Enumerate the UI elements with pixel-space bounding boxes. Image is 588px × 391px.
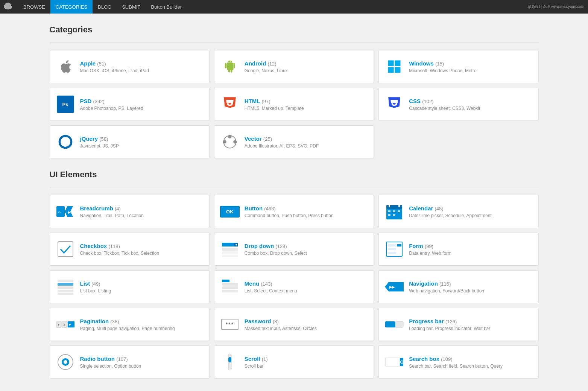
card-apple[interactable]: Apple (51) Mac OSX, iOS, iPhone, iPad, i… — [50, 50, 210, 83]
card-css[interactable]: CSS (102) Cascade style sheet, CSS3, Web… — [378, 88, 538, 121]
svg-rect-1 — [395, 61, 401, 66]
svg-rect-51 — [385, 321, 395, 327]
card-psd[interactable]: Ps PSD (392) Adobe Photoshop, PS, Layere… — [50, 88, 210, 121]
svg-rect-56 — [228, 357, 231, 362]
card-form[interactable]: Form (99) Data entry, Web form — [378, 233, 538, 266]
svg-rect-2 — [388, 67, 394, 73]
windows-icon — [385, 57, 404, 76]
categories-grid: Apple (51) Mac OSX, iOS, iPhone, iPad, i… — [50, 50, 539, 158]
card-breadcrumb[interactable]: ⌂ ▶ Breadcrumb (4) Navigation, Trail, Pa… — [50, 195, 210, 228]
android-body: Android (12) Google, Nexus, Linux — [245, 60, 368, 73]
card-pagination[interactable]: 1 2 ▶ Pagination (38) Paging, Multi page… — [50, 308, 210, 341]
navigation-desc: Web navigation, Forward/Back button — [409, 288, 532, 294]
apple-desc: Mac OSX, iOS, iPhone, iPad, iPad — [80, 68, 203, 73]
nav-categories[interactable]: CATEGORIES — [50, 0, 93, 14]
svg-rect-27 — [222, 255, 238, 257]
progressbar-icon — [385, 315, 404, 334]
svg-rect-31 — [388, 252, 396, 254]
button-desc: Command button, Push button, Press butto… — [245, 213, 368, 218]
apple-icon — [56, 57, 75, 76]
svg-rect-29 — [388, 244, 396, 246]
card-checkbox[interactable]: Checkbox (118) Check box, Tickbox, Tick … — [50, 233, 210, 266]
breadcrumb-body: Breadcrumb (4) Navigation, Trail, Path, … — [80, 205, 203, 218]
categories-divider — [50, 42, 539, 43]
searchbox-title: Search box (109) — [409, 356, 532, 362]
navigation-title: Navigation (116) — [409, 280, 532, 287]
card-calendar[interactable]: Calendar (48) Date/Time picker, Schedule… — [378, 195, 538, 228]
nav-button-builder[interactable]: Button Builder — [146, 0, 187, 14]
card-android[interactable]: Android (12) Google, Nexus, Linux — [214, 50, 374, 83]
radiobutton-title: Radio button (107) — [80, 356, 203, 362]
nav-blog[interactable]: BLOG — [93, 0, 117, 14]
checkbox-title: Checkbox (118) — [80, 243, 203, 249]
searchbox-body: Search box (109) Search bar, Search fiel… — [409, 356, 532, 369]
psd-icon: Ps — [56, 95, 75, 114]
svg-rect-30 — [388, 248, 396, 250]
svg-text:▼: ▼ — [235, 243, 238, 246]
card-progressbar[interactable]: Progress bar (126) Loading bar, Progress… — [378, 308, 538, 341]
vector-desc: Adobe Illustrator, AI, EPS, SVG, PDF — [245, 143, 368, 149]
checkbox-desc: Check box, Tickbox, Tick box, Selection — [80, 251, 203, 256]
card-navigation[interactable]: ▶▶ Navigation (116) Web navigation, Forw… — [378, 270, 538, 303]
navbar: BROWSE CATEGORIES BLOG SUBMIT Button Bui… — [0, 0, 588, 14]
card-jquery[interactable]: jQuery (58) Javascript, JS, JSP — [50, 125, 210, 158]
card-searchbox[interactable]: Search box (109) Search bar, Search fiel… — [378, 345, 538, 379]
css-desc: Cascade style sheet, CSS3, Webkit — [409, 106, 532, 111]
checkbox-body: Checkbox (118) Check box, Tickbox, Tick … — [80, 243, 203, 256]
pagination-body: Pagination (38) Paging, Multi page navig… — [80, 318, 203, 331]
dropdown-body: Drop down (128) Combo box, Drop down, Se… — [245, 243, 368, 256]
card-scroll[interactable]: Scroll (1) Scroll bar — [214, 345, 374, 379]
svg-rect-35 — [58, 286, 73, 289]
menu-desc: List, Select, Context menu — [245, 288, 368, 294]
card-windows[interactable]: Windows (15) Microsoft, Windows Phone, M… — [378, 50, 538, 83]
html-desc: HTML5, Marked up, Template — [245, 106, 368, 111]
svg-text:▶▶: ▶▶ — [389, 285, 395, 289]
svg-rect-20 — [393, 214, 395, 216]
form-icon — [385, 240, 404, 259]
pagination-desc: Paging, Multi page navigation, Page numb… — [80, 326, 203, 331]
card-vector[interactable]: Vector (25) Adobe Illustrator, AI, EPS, … — [214, 125, 374, 158]
svg-point-5 — [223, 140, 226, 143]
psd-desc: Adobe Photoshop, PS, Layered — [80, 106, 203, 111]
android-icon — [220, 57, 239, 76]
calendar-desc: Date/Time picker, Schedule, Appointment — [409, 213, 532, 218]
svg-text:2: 2 — [63, 323, 65, 326]
list-desc: List box, Listing — [80, 288, 203, 294]
menu-body: Menu (143) List, Select, Context menu — [245, 280, 368, 294]
svg-rect-39 — [222, 283, 238, 286]
card-dropdown[interactable]: ▼ Drop down (128) Combo box, Drop down, … — [214, 233, 374, 266]
card-button[interactable]: OK Button (463) Command button, Push but… — [214, 195, 374, 228]
svg-rect-15 — [398, 204, 400, 207]
calendar-icon — [385, 202, 404, 221]
navigation-body: Navigation (116) Web navigation, Forward… — [409, 280, 532, 294]
windows-desc: Microsoft, Windows Phone, Metro — [409, 68, 532, 73]
psd-body: PSD (392) Adobe Photoshop, PS, Layered — [80, 98, 203, 111]
brand-icon[interactable] — [4, 2, 12, 12]
ui-elements-divider — [50, 187, 539, 187]
card-html[interactable]: HTML (97) HTML5, Marked up, Template — [214, 88, 374, 121]
svg-rect-37 — [58, 293, 73, 295]
vector-icon — [220, 132, 239, 151]
card-password[interactable]: *** Password (3) Masked text input, Aste… — [214, 308, 374, 341]
apple-body: Apple (51) Mac OSX, iOS, iPhone, iPad, i… — [80, 60, 203, 73]
svg-rect-19 — [388, 214, 390, 216]
html-body: HTML (97) HTML5, Marked up, Template — [245, 98, 368, 111]
svg-rect-57 — [385, 358, 400, 366]
card-menu[interactable]: Menu (143) List, Select, Context menu — [214, 270, 374, 303]
svg-point-54 — [64, 360, 67, 364]
calendar-title: Calendar (48) — [409, 205, 532, 211]
vector-body: Vector (25) Adobe Illustrator, AI, EPS, … — [245, 135, 368, 149]
svg-rect-21 — [58, 242, 73, 257]
card-radiobutton[interactable]: Radio button (107) Single selection, Opt… — [50, 345, 210, 379]
windows-body: Windows (15) Microsoft, Windows Phone, M… — [409, 60, 532, 73]
svg-rect-38 — [222, 280, 229, 282]
svg-rect-25 — [222, 248, 238, 251]
nav-browse[interactable]: BROWSE — [18, 0, 50, 14]
password-title: Password (3) — [245, 318, 368, 324]
breadcrumb-icon: ⌂ ▶ — [56, 202, 75, 221]
pagination-icon: 1 2 ▶ — [56, 315, 75, 334]
svg-rect-40 — [222, 286, 238, 289]
nav-submit[interactable]: SUBMIT — [117, 0, 146, 14]
svg-rect-17 — [393, 210, 395, 212]
card-list[interactable]: List (49) List box, Listing — [50, 270, 210, 303]
